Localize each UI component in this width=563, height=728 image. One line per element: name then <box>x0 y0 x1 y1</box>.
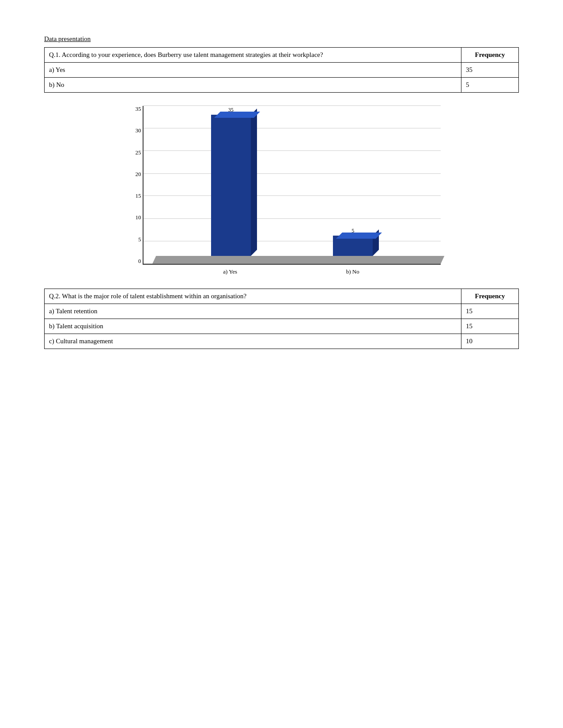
y-axis: 0 5 10 15 20 25 30 35 <box>128 106 141 264</box>
y-label-10: 10 <box>128 214 141 220</box>
q1-label-no: b) No <box>45 78 461 93</box>
chart1-container: 0 5 10 15 20 25 30 35 <box>123 106 441 275</box>
q2-question: Q.2. What is the major role of talent es… <box>45 289 461 304</box>
y-label-30: 30 <box>128 128 141 133</box>
q2-label-acquisition: b) Talent acquisition <box>45 319 461 334</box>
section-title: Data presentation <box>44 35 519 43</box>
bar-yes-front: 35 <box>211 115 251 256</box>
q1-row-yes: a) Yes 35 <box>45 63 519 78</box>
q1-freq-header: Frequency <box>461 48 519 63</box>
q1-value-yes: 35 <box>461 63 519 78</box>
y-label-35: 35 <box>128 106 141 112</box>
bar-yes-side <box>251 109 257 256</box>
q1-table: Q.1. According to your experience, does … <box>44 47 519 93</box>
y-label-25: 25 <box>128 150 141 155</box>
x-label-no: b) No <box>291 268 414 275</box>
q2-row-acquisition: b) Talent acquisition 15 <box>45 319 519 334</box>
q1-value-no: 5 <box>461 78 519 93</box>
q2-label-retention: a) Talent retention <box>45 304 461 319</box>
q2-row-cultural: c) Cultural management 10 <box>45 334 519 349</box>
y-label-20: 20 <box>128 171 141 177</box>
bar-no-top <box>336 233 382 239</box>
chart1-area: 0 5 10 15 20 25 30 35 <box>143 106 441 265</box>
bars-area: 35 5 <box>144 106 441 264</box>
x-axis-labels: a) Yes b) No <box>143 268 441 275</box>
q2-label-cultural: c) Cultural management <box>45 334 461 349</box>
bar-yes-top <box>214 112 260 118</box>
q2-value-cultural: 10 <box>461 334 519 349</box>
q1-row-no: b) No 5 <box>45 78 519 93</box>
q2-value-acquisition: 15 <box>461 319 519 334</box>
y-label-5: 5 <box>128 236 141 242</box>
q2-table: Q.2. What is the major role of talent es… <box>44 289 519 349</box>
q2-value-retention: 15 <box>461 304 519 319</box>
bar-yes: 35 <box>211 115 251 256</box>
q2-row-retention: a) Talent retention 15 <box>45 304 519 319</box>
x-label-yes: a) Yes <box>169 268 292 275</box>
q1-header-row: Q.1. According to your experience, does … <box>45 48 519 63</box>
q1-label-yes: a) Yes <box>45 63 461 78</box>
q1-question: Q.1. According to your experience, does … <box>45 48 461 63</box>
q2-header-row: Q.2. What is the major role of talent es… <box>45 289 519 304</box>
y-label-15: 15 <box>128 193 141 199</box>
y-label-0: 0 <box>128 258 141 264</box>
bar-no: 5 <box>333 236 373 256</box>
q2-freq-header: Frequency <box>461 289 519 304</box>
